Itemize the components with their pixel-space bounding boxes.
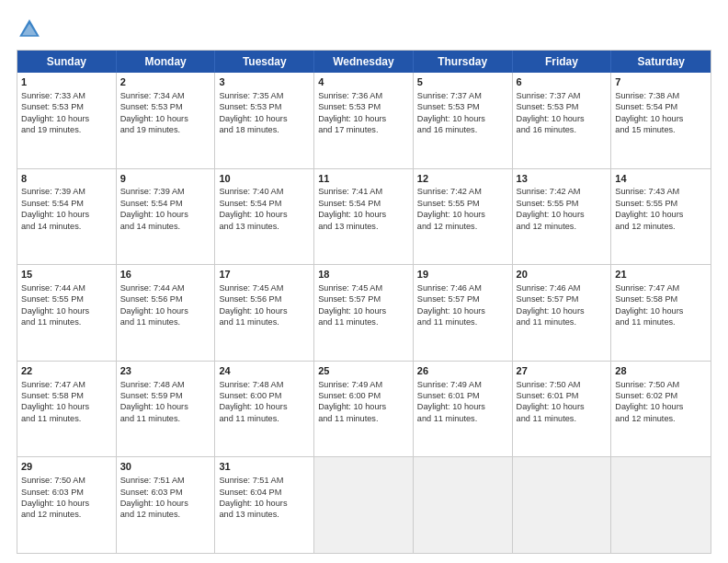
- day-info-line: Daylight: 10 hours: [615, 401, 707, 412]
- day-info-line: and 12 minutes.: [120, 509, 211, 520]
- day-number: 2: [120, 75, 211, 89]
- day-cell-12: 12Sunrise: 7:42 AMSunset: 5:55 PMDayligh…: [414, 169, 513, 265]
- day-info-line: Daylight: 10 hours: [517, 305, 608, 316]
- day-info-line: and 11 minutes.: [318, 413, 409, 424]
- day-number: 17: [219, 268, 310, 282]
- day-info-line: Sunrise: 7:40 AM: [219, 186, 310, 197]
- day-info-line: and 11 minutes.: [318, 316, 409, 327]
- day-info-line: and 11 minutes.: [120, 413, 211, 424]
- day-info-line: Sunset: 5:56 PM: [120, 293, 211, 304]
- day-number: 5: [417, 75, 508, 89]
- day-number: 20: [517, 268, 608, 282]
- day-info-line: Sunrise: 7:44 AM: [120, 282, 211, 293]
- day-info-line: and 13 minutes.: [219, 221, 310, 232]
- calendar-week-1: 1Sunrise: 7:33 AMSunset: 5:53 PMDaylight…: [17, 73, 711, 169]
- day-cell-3: 3Sunrise: 7:35 AMSunset: 5:53 PMDaylight…: [215, 73, 314, 168]
- day-info-line: and 13 minutes.: [219, 509, 310, 520]
- day-info-line: and 12 minutes.: [417, 221, 508, 232]
- calendar: SundayMondayTuesdayWednesdayThursdayFrid…: [17, 50, 711, 554]
- day-header-monday: Monday: [117, 51, 216, 73]
- day-info-line: Sunset: 5:53 PM: [120, 101, 211, 112]
- day-info-line: Sunset: 6:03 PM: [120, 487, 211, 498]
- day-header-friday: Friday: [513, 51, 612, 73]
- day-info-line: Sunrise: 7:49 AM: [417, 379, 508, 390]
- day-header-saturday: Saturday: [611, 51, 711, 73]
- day-number: 13: [517, 172, 608, 186]
- day-info-line: Sunrise: 7:37 AM: [417, 90, 508, 101]
- day-info-line: Daylight: 10 hours: [318, 401, 409, 412]
- day-number: 9: [120, 172, 211, 186]
- empty-cell: [611, 457, 711, 553]
- calendar-week-4: 22Sunrise: 7:47 AMSunset: 5:58 PMDayligh…: [17, 362, 711, 458]
- day-info-line: Sunrise: 7:42 AM: [517, 186, 608, 197]
- day-info-line: and 19 minutes.: [120, 124, 211, 135]
- day-info-line: and 11 minutes.: [219, 316, 310, 327]
- day-info-line: Daylight: 10 hours: [615, 209, 707, 220]
- day-info-line: Daylight: 10 hours: [318, 305, 409, 316]
- day-header-wednesday: Wednesday: [314, 51, 414, 73]
- day-cell-20: 20Sunrise: 7:46 AMSunset: 5:57 PMDayligh…: [513, 265, 612, 361]
- day-number: 28: [615, 364, 707, 378]
- day-info-line: Sunset: 6:03 PM: [21, 487, 112, 498]
- day-number: 23: [120, 364, 211, 378]
- day-info-line: Daylight: 10 hours: [219, 113, 310, 124]
- calendar-header: SundayMondayTuesdayWednesdayThursdayFrid…: [17, 51, 711, 73]
- day-info-line: Sunrise: 7:47 AM: [615, 282, 707, 293]
- day-info-line: Daylight: 10 hours: [21, 498, 112, 509]
- day-cell-17: 17Sunrise: 7:45 AMSunset: 5:56 PMDayligh…: [215, 265, 314, 361]
- day-info-line: Daylight: 10 hours: [517, 209, 608, 220]
- day-info-line: Daylight: 10 hours: [517, 401, 608, 412]
- day-info-line: and 19 minutes.: [21, 124, 112, 135]
- day-info-line: Daylight: 10 hours: [615, 305, 707, 316]
- day-info-line: Sunrise: 7:48 AM: [120, 379, 211, 390]
- day-number: 4: [318, 75, 409, 89]
- day-number: 31: [219, 460, 310, 474]
- day-info-line: Sunset: 6:02 PM: [615, 390, 707, 401]
- day-info-line: Sunset: 5:57 PM: [417, 293, 508, 304]
- day-info-line: Sunrise: 7:37 AM: [517, 90, 608, 101]
- day-info-line: Sunset: 6:01 PM: [417, 390, 508, 401]
- day-info-line: Sunrise: 7:35 AM: [219, 90, 310, 101]
- day-info-line: Daylight: 10 hours: [21, 305, 112, 316]
- day-cell-24: 24Sunrise: 7:48 AMSunset: 6:00 PMDayligh…: [215, 362, 314, 457]
- day-info-line: Daylight: 10 hours: [120, 113, 211, 124]
- day-cell-25: 25Sunrise: 7:49 AMSunset: 6:00 PMDayligh…: [314, 362, 414, 457]
- day-number: 22: [21, 364, 112, 378]
- day-info-line: Sunrise: 7:51 AM: [120, 475, 211, 486]
- day-info-line: Sunrise: 7:50 AM: [21, 475, 112, 486]
- day-cell-8: 8Sunrise: 7:39 AMSunset: 5:54 PMDaylight…: [17, 169, 117, 265]
- day-cell-2: 2Sunrise: 7:34 AMSunset: 5:53 PMDaylight…: [117, 73, 216, 168]
- day-info-line: and 16 minutes.: [417, 124, 508, 135]
- day-info-line: Daylight: 10 hours: [417, 305, 508, 316]
- day-info-line: Daylight: 10 hours: [21, 113, 112, 124]
- day-cell-18: 18Sunrise: 7:45 AMSunset: 5:57 PMDayligh…: [314, 265, 414, 361]
- day-info-line: Daylight: 10 hours: [417, 209, 508, 220]
- day-info-line: and 15 minutes.: [615, 124, 707, 135]
- day-cell-10: 10Sunrise: 7:40 AMSunset: 5:54 PMDayligh…: [215, 169, 314, 265]
- day-info-line: and 11 minutes.: [219, 413, 310, 424]
- logo-icon: [17, 17, 42, 42]
- day-info-line: Sunrise: 7:39 AM: [21, 186, 112, 197]
- day-info-line: and 12 minutes.: [615, 413, 707, 424]
- day-number: 29: [21, 460, 112, 474]
- day-number: 12: [417, 172, 508, 186]
- day-info-line: Sunset: 5:54 PM: [219, 198, 310, 209]
- day-info-line: Sunset: 6:00 PM: [219, 390, 310, 401]
- day-header-sunday: Sunday: [17, 51, 117, 73]
- page: SundayMondayTuesdayWednesdayThursdayFrid…: [0, 0, 728, 563]
- day-info-line: Sunrise: 7:41 AM: [318, 186, 409, 197]
- day-info-line: Daylight: 10 hours: [318, 113, 409, 124]
- day-number: 3: [219, 75, 310, 89]
- day-number: 15: [21, 268, 112, 282]
- day-info-line: Sunrise: 7:44 AM: [21, 282, 112, 293]
- day-cell-30: 30Sunrise: 7:51 AMSunset: 6:03 PMDayligh…: [117, 457, 216, 553]
- day-info-line: Daylight: 10 hours: [120, 305, 211, 316]
- day-info-line: Sunrise: 7:45 AM: [318, 282, 409, 293]
- day-info-line: and 13 minutes.: [318, 221, 409, 232]
- day-info-line: Daylight: 10 hours: [318, 209, 409, 220]
- day-cell-15: 15Sunrise: 7:44 AMSunset: 5:55 PMDayligh…: [17, 265, 117, 361]
- day-info-line: Sunrise: 7:48 AM: [219, 379, 310, 390]
- day-header-tuesday: Tuesday: [215, 51, 314, 73]
- day-cell-21: 21Sunrise: 7:47 AMSunset: 5:58 PMDayligh…: [611, 265, 711, 361]
- day-info-line: Sunset: 5:58 PM: [21, 390, 112, 401]
